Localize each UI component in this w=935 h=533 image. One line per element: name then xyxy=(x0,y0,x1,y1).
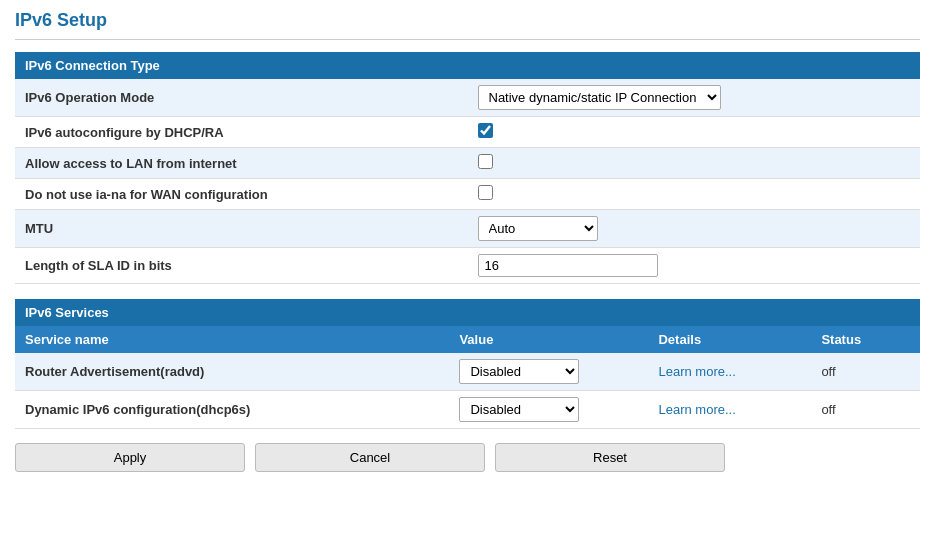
service-value-dhcp6s: Disabled Enabled xyxy=(449,391,648,429)
service-details-dhcp6s: Learn more... xyxy=(648,391,811,429)
autoconfigure-value xyxy=(468,117,921,148)
sla-id-input[interactable] xyxy=(478,254,658,277)
table-row: Router Advertisement(radvd) Disabled Ena… xyxy=(15,353,920,391)
divider xyxy=(15,39,920,40)
sla-id-value xyxy=(468,248,921,284)
service-status-radvd: off xyxy=(811,353,920,391)
radvd-select[interactable]: Disabled Enabled xyxy=(459,359,579,384)
connection-type-header: IPv6 Connection Type xyxy=(15,52,920,79)
autoconfigure-checkbox[interactable] xyxy=(478,123,493,138)
autoconfigure-label: IPv6 autoconfigure by DHCP/RA xyxy=(15,117,468,148)
mtu-select[interactable]: Auto 1280 1400 1500 xyxy=(478,216,598,241)
col-details: Details xyxy=(648,326,811,353)
services-header: IPv6 Services xyxy=(15,299,920,326)
services-table: IPv6 Services Service name Value Details… xyxy=(15,299,920,429)
mtu-label: MTU xyxy=(15,210,468,248)
service-details-radvd: Learn more... xyxy=(648,353,811,391)
allow-lan-value xyxy=(468,148,921,179)
table-row: Length of SLA ID in bits xyxy=(15,248,920,284)
operation-mode-value: Native dynamic/static IP Connection DHCP… xyxy=(468,79,921,117)
no-iana-value xyxy=(468,179,921,210)
sla-id-label: Length of SLA ID in bits xyxy=(15,248,468,284)
connection-type-table: IPv6 Connection Type IPv6 Operation Mode… xyxy=(15,52,920,284)
allow-lan-checkbox[interactable] xyxy=(478,154,493,169)
col-value: Value xyxy=(449,326,648,353)
no-iana-label: Do not use ia-na for WAN configuration xyxy=(15,179,468,210)
allow-lan-label: Allow access to LAN from internet xyxy=(15,148,468,179)
service-status-dhcp6s: off xyxy=(811,391,920,429)
table-row: IPv6 autoconfigure by DHCP/RA xyxy=(15,117,920,148)
apply-button[interactable]: Apply xyxy=(15,443,245,472)
services-col-header: Service name Value Details Status xyxy=(15,326,920,353)
table-row: IPv6 Operation Mode Native dynamic/stati… xyxy=(15,79,920,117)
page-title: IPv6 Setup xyxy=(15,10,920,31)
dhcp6s-select[interactable]: Disabled Enabled xyxy=(459,397,579,422)
service-name-dhcp6s: Dynamic IPv6 configuration(dhcp6s) xyxy=(15,391,449,429)
col-status: Status xyxy=(811,326,920,353)
cancel-button[interactable]: Cancel xyxy=(255,443,485,472)
table-row: MTU Auto 1280 1400 1500 xyxy=(15,210,920,248)
table-row: Allow access to LAN from internet xyxy=(15,148,920,179)
col-service-name: Service name xyxy=(15,326,449,353)
table-row: Do not use ia-na for WAN configuration xyxy=(15,179,920,210)
service-name-radvd: Router Advertisement(radvd) xyxy=(15,353,449,391)
learn-more-radvd-link[interactable]: Learn more... xyxy=(658,364,735,379)
service-value-radvd: Disabled Enabled xyxy=(449,353,648,391)
no-iana-checkbox[interactable] xyxy=(478,185,493,200)
operation-mode-select[interactable]: Native dynamic/static IP Connection DHCP… xyxy=(478,85,721,110)
learn-more-dhcp6s-link[interactable]: Learn more... xyxy=(658,402,735,417)
button-row: Apply Cancel Reset xyxy=(15,443,920,472)
operation-mode-label: IPv6 Operation Mode xyxy=(15,79,468,117)
mtu-value: Auto 1280 1400 1500 xyxy=(468,210,921,248)
reset-button[interactable]: Reset xyxy=(495,443,725,472)
table-row: Dynamic IPv6 configuration(dhcp6s) Disab… xyxy=(15,391,920,429)
